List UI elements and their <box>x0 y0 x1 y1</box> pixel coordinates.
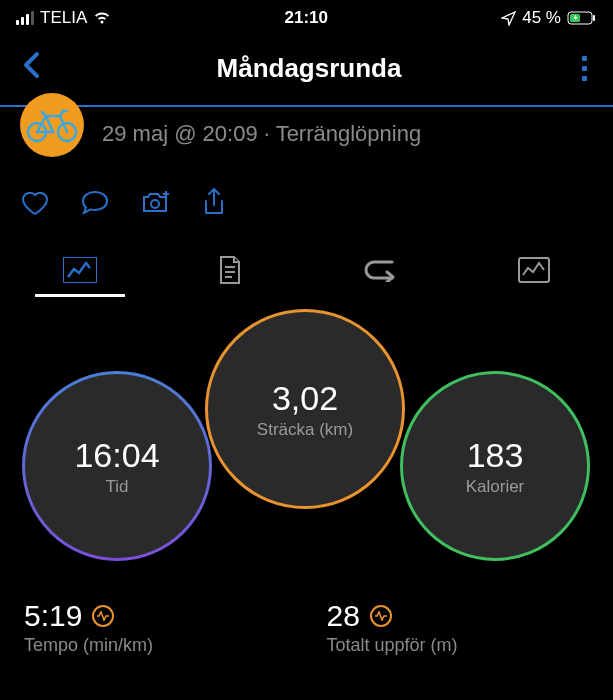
signal-icon <box>16 11 34 25</box>
calories-label: Kalorier <box>466 477 525 497</box>
summary-circles: 16:04 Tid 3,02 Sträcka (km) 183 Kalorier <box>0 321 613 581</box>
status-bar: TELIA 21:10 45 % <box>0 0 613 36</box>
heart-icon <box>20 189 50 216</box>
activity-type: Terränglöpning <box>276 121 422 146</box>
header: Måndagsrunda <box>0 36 613 107</box>
camera-button[interactable] <box>140 189 172 216</box>
calories-value: 183 <box>467 436 524 475</box>
battery-pct: 45 % <box>522 8 561 28</box>
comment-icon <box>80 189 110 216</box>
battery-icon <box>567 11 597 25</box>
status-right: 45 % <box>501 8 597 28</box>
pace-label: Tempo (min/km) <box>24 635 287 656</box>
time-label: Tid <box>106 477 129 497</box>
wifi-icon <box>93 11 111 25</box>
svg-point-5 <box>151 200 159 208</box>
tab-notes[interactable] <box>199 247 261 299</box>
notes-icon <box>217 255 243 285</box>
stat-ascent[interactable]: 28 Totalt uppför (m) <box>327 599 590 656</box>
activity-meta: 29 maj @ 20:09 · Terränglöpning <box>0 107 613 171</box>
location-icon <box>501 11 516 26</box>
comment-button[interactable] <box>80 189 110 216</box>
circle-distance[interactable]: 3,02 Sträcka (km) <box>205 309 405 509</box>
page-title: Måndagsrunda <box>217 53 402 84</box>
camera-icon <box>140 189 172 216</box>
tab-stats[interactable] <box>45 249 115 297</box>
bottom-stats: 5:19 Tempo (min/km) 28 Totalt uppför (m) <box>0 581 613 656</box>
bike-icon <box>26 107 78 143</box>
avatar[interactable] <box>20 93 84 157</box>
status-time: 21:10 <box>285 8 328 28</box>
meta-separator: · <box>264 121 270 146</box>
tab-charts[interactable] <box>500 249 568 297</box>
charts-icon <box>518 257 550 283</box>
distance-value: 3,02 <box>272 379 338 418</box>
laps-icon <box>364 258 398 282</box>
status-left: TELIA <box>16 8 111 28</box>
pace-value: 5:19 <box>24 599 82 633</box>
time-value: 16:04 <box>74 436 159 475</box>
like-button[interactable] <box>20 189 50 216</box>
tabs <box>0 235 613 299</box>
action-row <box>0 171 613 235</box>
tab-laps[interactable] <box>346 250 416 296</box>
circle-calories[interactable]: 183 Kalorier <box>400 371 590 561</box>
activity-meta-text: 29 maj @ 20:09 · Terränglöpning <box>102 121 421 147</box>
stats-icon <box>63 257 97 283</box>
more-menu-button[interactable] <box>572 52 597 85</box>
back-button[interactable] <box>16 50 46 87</box>
ascent-value: 28 <box>327 599 360 633</box>
pulse-icon <box>92 605 114 627</box>
ascent-label: Totalt uppför (m) <box>327 635 590 656</box>
circle-time[interactable]: 16:04 Tid <box>22 371 212 561</box>
distance-label: Sträcka (km) <box>257 420 353 440</box>
share-icon <box>202 187 226 217</box>
pulse-icon <box>370 605 392 627</box>
stat-pace[interactable]: 5:19 Tempo (min/km) <box>24 599 287 656</box>
activity-datetime: 29 maj @ 20:09 <box>102 121 258 146</box>
svg-rect-1 <box>593 15 595 21</box>
carrier-label: TELIA <box>40 8 87 28</box>
share-button[interactable] <box>202 187 226 217</box>
